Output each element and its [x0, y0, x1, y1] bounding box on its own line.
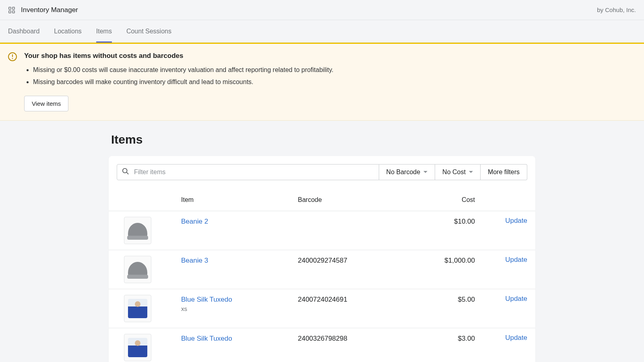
more-filters-button[interactable]: More filters — [481, 164, 527, 180]
banner-bullet: Missing or $0.00 costs will cause inaccu… — [33, 64, 636, 76]
filter-items-input[interactable] — [129, 165, 374, 180]
item-thumbnail — [124, 217, 151, 244]
topbar-left: Inventory Manager — [8, 6, 78, 14]
more-filters-label: More filters — [488, 169, 520, 176]
item-thumbnail — [124, 334, 151, 361]
update-link[interactable]: Update — [505, 216, 527, 224]
cell-cost: $3.00 — [423, 334, 475, 343]
beanie-icon — [128, 223, 147, 238]
tux-icon — [128, 299, 147, 318]
byline: by Cohub, Inc. — [597, 6, 636, 13]
cell-thumb — [117, 217, 181, 244]
search-wrap[interactable] — [117, 164, 379, 180]
cell-action: Update — [475, 217, 527, 225]
cell-item: Blue Silk Tuxedoxs — [181, 295, 298, 312]
cell-cost: $1,000.00 — [423, 256, 475, 265]
item-name-link[interactable]: Blue Silk Tuxedo — [181, 334, 298, 343]
cell-thumb — [117, 295, 181, 322]
svg-rect-0 — [9, 7, 11, 9]
topbar: Inventory Manager by Cohub, Inc. — [0, 0, 644, 20]
svg-rect-5 — [12, 54, 13, 57]
col-barcode: Barcode — [298, 196, 423, 204]
banner-body: Your shop has items without costs and ba… — [24, 52, 636, 111]
warning-icon — [8, 52, 17, 61]
chevron-down-icon — [423, 171, 427, 173]
table-row: Beanie 2$10.00Update — [109, 211, 535, 250]
cell-item: Beanie 3 — [181, 256, 298, 265]
nav-count-sessions[interactable]: Count Sessions — [126, 20, 171, 43]
filter-no-cost[interactable]: No Cost — [435, 164, 481, 180]
cell-cost: $5.00 — [423, 295, 475, 304]
cell-thumb — [117, 256, 181, 283]
cell-cost: $10.00 — [423, 217, 475, 226]
filter-no-cost-label: No Cost — [442, 169, 466, 176]
cell-action: Update — [475, 334, 527, 342]
table-row: Beanie 32400029274587$1,000.00Update — [109, 250, 535, 289]
page-title: Items — [109, 133, 535, 146]
table-row: Blue Silk Tuxedo2400326798298$3.00Update — [109, 328, 535, 362]
col-item: Item — [181, 196, 298, 204]
nav-locations[interactable]: Locations — [54, 20, 82, 43]
nav-items[interactable]: Items — [96, 20, 112, 43]
filter-no-barcode[interactable]: No Barcode — [379, 164, 436, 180]
item-name-link[interactable]: Blue Silk Tuxedo — [181, 295, 298, 304]
table-body: Beanie 2$10.00UpdateBeanie 3240002927458… — [109, 211, 535, 362]
cell-action: Update — [475, 295, 527, 303]
table-row: Blue Silk Tuxedoxs2400724024691$5.00Upda… — [109, 289, 535, 328]
chevron-down-icon — [469, 171, 473, 173]
cell-barcode — [298, 217, 423, 218]
search-icon — [122, 168, 129, 177]
item-variant: xs — [181, 305, 298, 312]
banner-bullet: Missing barcodes will make counting inve… — [33, 76, 636, 88]
col-action — [475, 196, 527, 204]
svg-point-6 — [12, 58, 13, 59]
cell-thumb — [117, 334, 181, 361]
items-card: No Barcode No Cost More filters Item Bar… — [109, 156, 535, 362]
table-header: Item Barcode Cost — [109, 189, 535, 211]
view-items-button[interactable]: View items — [24, 96, 68, 111]
svg-rect-1 — [12, 7, 14, 9]
beanie-icon — [128, 262, 147, 277]
svg-rect-2 — [9, 10, 11, 12]
col-cost: Cost — [423, 196, 475, 204]
item-thumbnail — [124, 256, 151, 283]
svg-point-7 — [123, 169, 127, 173]
app-title: Inventory Manager — [21, 6, 78, 14]
col-thumb — [117, 196, 181, 204]
cell-barcode: 2400724024691 — [298, 295, 423, 304]
update-link[interactable]: Update — [505, 333, 527, 341]
cell-barcode: 2400029274587 — [298, 256, 423, 265]
cell-item: Blue Silk Tuxedo — [181, 334, 298, 343]
item-name-link[interactable]: Beanie 3 — [181, 256, 298, 265]
cell-item: Beanie 2 — [181, 217, 298, 226]
tux-icon — [128, 338, 147, 357]
content: Items No Barcode No Cost — [109, 121, 535, 362]
update-link[interactable]: Update — [505, 255, 527, 263]
update-link[interactable]: Update — [505, 294, 527, 302]
cell-action: Update — [475, 256, 527, 264]
cell-barcode: 2400326798298 — [298, 334, 423, 343]
item-name-link[interactable]: Beanie 2 — [181, 217, 298, 226]
svg-rect-3 — [12, 10, 14, 12]
banner-list: Missing or $0.00 costs will cause inaccu… — [24, 64, 636, 88]
app-grid-icon — [8, 6, 15, 14]
nav-dashboard[interactable]: Dashboard — [8, 20, 39, 43]
svg-line-8 — [127, 172, 129, 174]
item-thumbnail — [124, 295, 151, 322]
warning-banner: Your shop has items without costs and ba… — [0, 43, 644, 121]
filter-bar: No Barcode No Cost More filters — [109, 156, 535, 189]
navbar: Dashboard Locations Items Count Sessions — [0, 20, 644, 43]
banner-title: Your shop has items without costs and ba… — [24, 52, 636, 60]
filter-no-barcode-label: No Barcode — [386, 169, 421, 176]
